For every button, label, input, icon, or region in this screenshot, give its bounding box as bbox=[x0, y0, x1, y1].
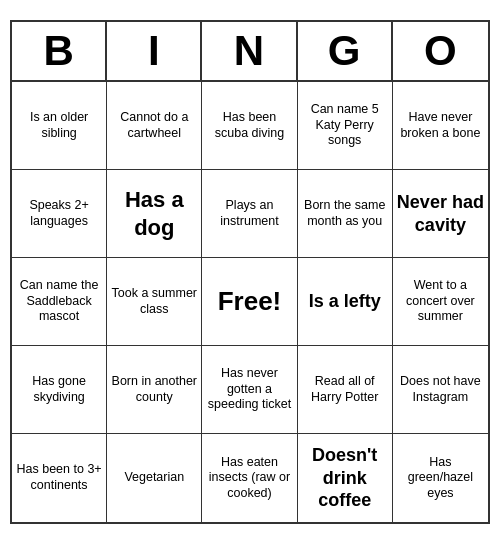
bingo-cell-6: Has a dog bbox=[107, 170, 202, 258]
bingo-cell-3: Can name 5 Katy Perry songs bbox=[298, 82, 393, 170]
bingo-letter-i: I bbox=[107, 22, 202, 80]
bingo-cell-13: Is a lefty bbox=[298, 258, 393, 346]
bingo-cell-20: Has been to 3+ continents bbox=[12, 434, 107, 522]
bingo-cell-12: Free! bbox=[202, 258, 297, 346]
bingo-letter-n: N bbox=[202, 22, 297, 80]
bingo-cell-21: Vegetarian bbox=[107, 434, 202, 522]
bingo-cell-18: Read all of Harry Potter bbox=[298, 346, 393, 434]
bingo-cell-4: Have never broken a bone bbox=[393, 82, 488, 170]
bingo-cell-22: Has eaten insects (raw or cooked) bbox=[202, 434, 297, 522]
bingo-cell-19: Does not have Instagram bbox=[393, 346, 488, 434]
bingo-cell-0: Is an older sibling bbox=[12, 82, 107, 170]
bingo-cell-5: Speaks 2+ languages bbox=[12, 170, 107, 258]
bingo-cell-2: Has been scuba diving bbox=[202, 82, 297, 170]
bingo-cell-10: Can name the Saddleback mascot bbox=[12, 258, 107, 346]
bingo-cell-11: Took a summer class bbox=[107, 258, 202, 346]
bingo-cell-16: Born in another county bbox=[107, 346, 202, 434]
bingo-header: BINGO bbox=[12, 22, 488, 82]
bingo-grid: Is an older siblingCannot do a cartwheel… bbox=[12, 82, 488, 522]
bingo-cell-24: Has green/hazel eyes bbox=[393, 434, 488, 522]
bingo-cell-7: Plays an instrument bbox=[202, 170, 297, 258]
bingo-card: BINGO Is an older siblingCannot do a car… bbox=[10, 20, 490, 524]
bingo-cell-1: Cannot do a cartwheel bbox=[107, 82, 202, 170]
bingo-cell-8: Born the same month as you bbox=[298, 170, 393, 258]
bingo-cell-23: Doesn't drink coffee bbox=[298, 434, 393, 522]
bingo-cell-17: Has never gotten a speeding ticket bbox=[202, 346, 297, 434]
bingo-cell-9: Never had cavity bbox=[393, 170, 488, 258]
bingo-letter-o: O bbox=[393, 22, 488, 80]
bingo-letter-g: G bbox=[298, 22, 393, 80]
bingo-letter-b: B bbox=[12, 22, 107, 80]
bingo-cell-15: Has gone skydiving bbox=[12, 346, 107, 434]
bingo-cell-14: Went to a concert over summer bbox=[393, 258, 488, 346]
